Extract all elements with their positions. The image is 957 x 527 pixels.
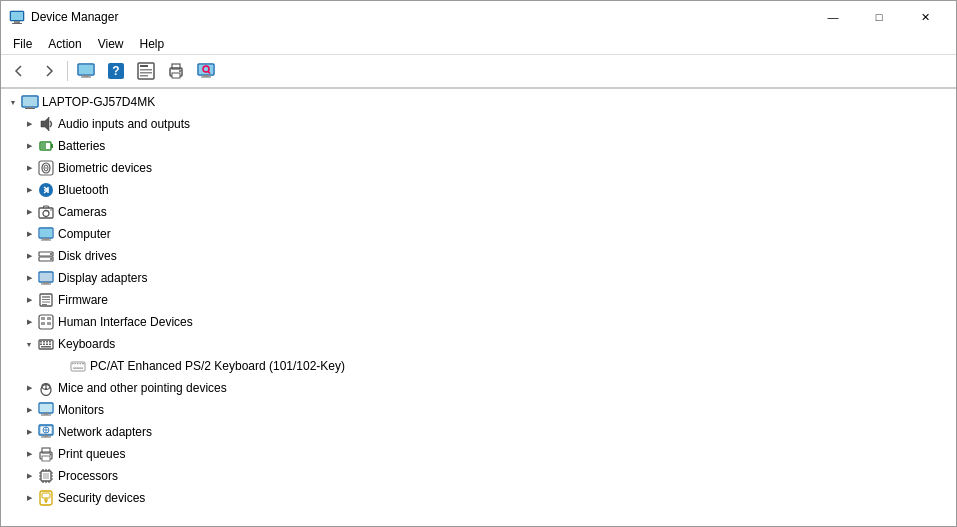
svg-rect-6: [83, 75, 89, 77]
print-expander[interactable]: [21, 446, 37, 462]
disk-expander[interactable]: [21, 248, 37, 264]
mice-expander[interactable]: [21, 380, 37, 396]
root-label: LAPTOP-GJ57D4MK: [42, 95, 155, 109]
bluetooth-icon: [37, 181, 55, 199]
processors-expander[interactable]: [21, 468, 37, 484]
back-button[interactable]: [5, 57, 33, 85]
computer-expander[interactable]: [21, 226, 37, 242]
network-expander[interactable]: [21, 424, 37, 440]
svg-rect-100: [43, 473, 49, 479]
menu-view[interactable]: View: [90, 33, 132, 54]
hid-label: Human Interface Devices: [58, 315, 193, 329]
tree-firmware[interactable]: Firmware: [1, 289, 956, 311]
keyboards-label: Keyboards: [58, 337, 115, 351]
cameras-label: Cameras: [58, 205, 107, 219]
tree-mice[interactable]: Mice and other pointing devices: [1, 377, 956, 399]
svg-rect-54: [42, 296, 50, 298]
svg-rect-75: [75, 363, 77, 364]
cameras-expander[interactable]: [21, 204, 37, 220]
tree-security[interactable]: Security devices: [1, 487, 956, 509]
hid-expander[interactable]: [21, 314, 37, 330]
monitors-expander[interactable]: [21, 402, 37, 418]
tree-batteries[interactable]: Batteries: [1, 135, 956, 157]
security-expander[interactable]: [21, 490, 37, 506]
svg-rect-42: [40, 229, 52, 237]
tree-computer[interactable]: Computer: [1, 223, 956, 245]
tree-hid[interactable]: Human Interface Devices: [1, 311, 956, 333]
svg-point-18: [179, 70, 181, 72]
svg-rect-2: [14, 21, 20, 23]
properties-button[interactable]: [132, 57, 160, 85]
menu-action[interactable]: Action: [40, 33, 89, 54]
display-expander[interactable]: [21, 270, 37, 286]
monitors-icon: [37, 401, 55, 419]
tree-disk[interactable]: Disk drives: [1, 245, 956, 267]
tree-keyboards[interactable]: Keyboards: [1, 333, 956, 355]
svg-rect-43: [43, 238, 49, 240]
svg-rect-52: [41, 284, 51, 285]
computer-button[interactable]: [72, 57, 100, 85]
security-label: Security devices: [58, 491, 145, 505]
window-title: Device Manager: [31, 10, 810, 24]
svg-point-39: [43, 211, 49, 217]
audio-label: Audio inputs and outputs: [58, 117, 190, 131]
batteries-expander[interactable]: [21, 138, 37, 154]
svg-rect-85: [40, 404, 52, 412]
bluetooth-label: Bluetooth: [58, 183, 109, 197]
keyboard-ps2-icon: [69, 357, 87, 375]
menu-help[interactable]: Help: [132, 33, 173, 54]
batteries-label: Batteries: [58, 139, 105, 153]
svg-rect-51: [43, 282, 49, 284]
keyboard-ps2-label: PC/AT Enhanced PS/2 Keyboard (101/102-Ke…: [90, 359, 345, 373]
svg-rect-60: [47, 317, 51, 320]
tree-processors[interactable]: Processors: [1, 465, 956, 487]
biometric-expander[interactable]: [21, 160, 37, 176]
device-manager-window: Device Manager — □ ✕ File Action View He…: [0, 0, 957, 527]
svg-rect-78: [82, 363, 84, 364]
svg-rect-14: [140, 75, 148, 77]
svg-rect-67: [49, 341, 51, 343]
svg-rect-76: [77, 363, 79, 364]
root-expander[interactable]: [5, 94, 21, 110]
tree-keyboard-ps2[interactable]: PC/AT Enhanced PS/2 Keyboard (101/102-Ke…: [1, 355, 956, 377]
display-label: Display adapters: [58, 271, 147, 285]
bluetooth-expander[interactable]: [21, 182, 37, 198]
computer-label: Computer: [58, 227, 111, 241]
svg-rect-55: [42, 299, 50, 300]
tree-network[interactable]: Network adapters: [1, 421, 956, 443]
cameras-icon: [37, 203, 55, 221]
help-properties-button[interactable]: ?: [102, 57, 130, 85]
tree-display[interactable]: Display adapters: [1, 267, 956, 289]
tree-print[interactable]: Print queues: [1, 443, 956, 465]
tree-root[interactable]: LAPTOP-GJ57D4MK: [1, 91, 956, 113]
svg-rect-12: [140, 69, 152, 71]
svg-rect-72: [41, 346, 51, 348]
audio-expander[interactable]: [21, 116, 37, 132]
minimize-button[interactable]: —: [810, 1, 856, 33]
tree-monitors[interactable]: Monitors: [1, 399, 956, 421]
hid-icon: [37, 313, 55, 331]
tree-cameras[interactable]: Cameras: [1, 201, 956, 223]
security-icon: [37, 489, 55, 507]
keyboards-expander[interactable]: [21, 336, 37, 352]
tree-biometric[interactable]: Biometric devices: [1, 157, 956, 179]
tree-bluetooth[interactable]: Bluetooth: [1, 179, 956, 201]
maximize-button[interactable]: □: [856, 1, 902, 33]
svg-rect-94: [41, 437, 51, 438]
forward-button[interactable]: [35, 57, 63, 85]
keyboard-ps2-expander: [53, 358, 69, 374]
firmware-expander[interactable]: [21, 292, 37, 308]
svg-rect-32: [41, 143, 46, 149]
svg-rect-87: [41, 415, 51, 416]
firmware-icon: [37, 291, 55, 309]
svg-rect-13: [140, 72, 152, 74]
print-button[interactable]: [162, 57, 190, 85]
svg-rect-7: [81, 77, 91, 78]
keyboards-icon: [37, 335, 55, 353]
tree-audio[interactable]: Audio inputs and outputs: [1, 113, 956, 135]
menu-file[interactable]: File: [5, 33, 40, 54]
svg-point-36: [45, 167, 47, 169]
close-button[interactable]: ✕: [902, 1, 948, 33]
svg-rect-74: [72, 363, 74, 364]
scan-button[interactable]: [192, 57, 220, 85]
